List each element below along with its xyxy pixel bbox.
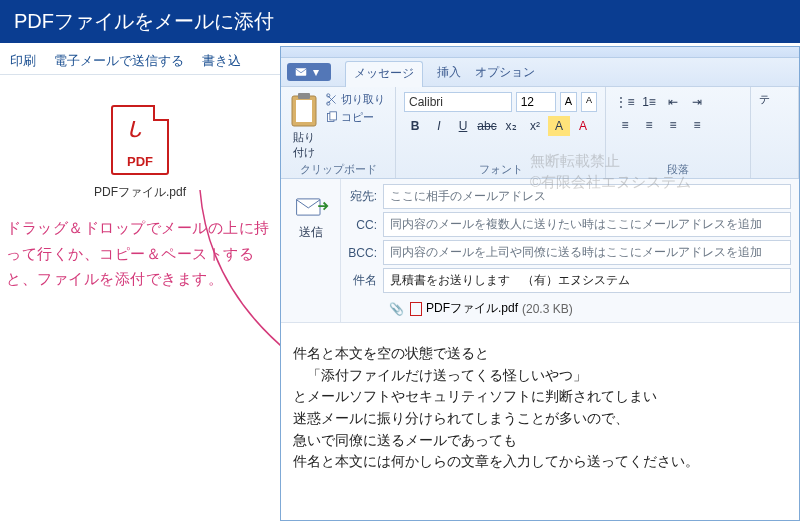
menubar: ▾ メッセージ 挿入 オプション xyxy=(281,58,799,87)
clipboard-group-label: クリップボード xyxy=(289,160,387,177)
tutorial-banner: PDFファイルをメールに添付 xyxy=(0,0,800,43)
send-button[interactable]: 送信 xyxy=(299,224,323,241)
cc-label: CC: xyxy=(345,218,383,232)
cut-label: 切り取り xyxy=(341,92,385,107)
attachment-item[interactable]: PDFファイル.pdf (20.3 KB) xyxy=(410,300,573,317)
svg-rect-1 xyxy=(296,68,307,76)
edit-group-content: テ xyxy=(759,92,794,107)
svg-rect-3 xyxy=(296,100,312,122)
bcc-field[interactable]: 同内容のメールを上司や同僚に送る時はここにメールアドレスを追加 xyxy=(383,240,791,265)
instruction-text: ドラッグ＆ドロップでメールの上に持って行くか、コピー＆ペーストすると、ファイルを… xyxy=(0,201,280,292)
pdf-badge-label: PDF xyxy=(113,154,167,169)
svg-rect-8 xyxy=(330,112,337,120)
font-size-select[interactable]: 12 xyxy=(516,92,556,112)
tab-insert[interactable]: 挿入 xyxy=(437,64,461,81)
bcc-label: BCC: xyxy=(345,246,383,260)
superscript-button[interactable]: x² xyxy=(524,116,546,136)
tab-option[interactable]: オプション xyxy=(475,64,535,81)
align-center-button[interactable]: ≡ xyxy=(638,115,660,135)
strike-button[interactable]: abc xyxy=(476,116,498,136)
scissors-icon xyxy=(325,93,338,106)
paragraph-group-label: 段落 xyxy=(614,160,742,177)
indent-button[interactable]: ⇥ xyxy=(686,92,708,112)
clipboard-icon xyxy=(289,92,319,128)
copy-icon xyxy=(325,111,338,124)
send-icon[interactable] xyxy=(293,193,329,221)
ribbon: 貼り 付け 切り取り コピー クリップボード C xyxy=(281,87,799,179)
grow-font-button[interactable]: A xyxy=(560,92,577,112)
bold-button[interactable]: B xyxy=(404,116,426,136)
explorer-toolbar: 印刷 電子メールで送信する 書き込 xyxy=(0,46,280,75)
font-group-label: フォント xyxy=(404,160,597,177)
titlebar xyxy=(281,47,799,58)
underline-button[interactable]: U xyxy=(452,116,474,136)
subscript-button[interactable]: x₂ xyxy=(500,116,522,136)
to-label: 宛先: xyxy=(345,188,383,205)
cut-button[interactable]: 切り取り xyxy=(325,92,385,107)
align-left-button[interactable]: ≡ xyxy=(614,115,636,135)
ribbon-group-paragraph: ⋮≡ 1≡ ⇤ ⇥ ≡ ≡ ≡ ≡ 段落 xyxy=(606,87,751,178)
app-menu-button[interactable]: ▾ xyxy=(287,63,331,81)
paste-button[interactable]: 貼り 付け xyxy=(289,92,319,160)
highlight-button[interactable]: A xyxy=(548,116,570,136)
adobe-swoosh-icon: ᒐ xyxy=(127,117,141,143)
paperclip-icon: 📎 xyxy=(389,302,404,316)
outdent-button[interactable]: ⇤ xyxy=(662,92,684,112)
ribbon-group-edit: テ xyxy=(751,87,799,178)
attachment-name: PDFファイル.pdf xyxy=(426,300,518,317)
message-body[interactable]: 件名と本文を空の状態で送ると 「添付ファイルだけ送ってくる怪しいやつ」 とメール… xyxy=(281,323,799,520)
font-color-button[interactable]: A xyxy=(572,116,594,136)
mail-compose-window: ▾ メッセージ 挿入 オプション 貼り 付け 切り xyxy=(280,46,800,521)
justify-button[interactable]: ≡ xyxy=(686,115,708,135)
pdf-file-icon[interactable]: ᒐ PDF xyxy=(111,105,169,175)
svg-rect-9 xyxy=(296,199,319,215)
italic-button[interactable]: I xyxy=(428,116,450,136)
bullet-list-button[interactable]: ⋮≡ xyxy=(614,92,636,112)
pdf-filename-label: PDFファイル.pdf xyxy=(0,184,280,201)
shrink-font-button[interactable]: A xyxy=(581,92,597,112)
chevron-down-icon: ▾ xyxy=(313,65,319,79)
tab-message[interactable]: メッセージ xyxy=(345,61,423,87)
font-name-select[interactable]: Calibri xyxy=(404,92,512,112)
cc-field[interactable]: 同内容のメールを複数人に送りたい時はここにメールアドレスを追加 xyxy=(383,212,791,237)
subject-field[interactable]: 見積書をお送りします （有）エヌシステム xyxy=(383,268,791,293)
pdf-small-icon xyxy=(410,302,422,316)
ribbon-group-font: Calibri 12 A A B I U abc x₂ x² A A フォント xyxy=(396,87,606,178)
compose-header: 送信 宛先: ここに相手のメールアドレス CC: 同内容のメールを複数人に送りた… xyxy=(281,179,799,323)
desktop-pane: 印刷 電子メールで送信する 書き込 ᒐ PDF PDFファイル.pdf ドラッグ… xyxy=(0,46,280,521)
svg-rect-4 xyxy=(298,93,310,99)
copy-label: コピー xyxy=(341,110,374,125)
paste-label: 貼り 付け xyxy=(293,130,315,160)
attachment-size: (20.3 KB) xyxy=(522,302,573,316)
to-field[interactable]: ここに相手のメールアドレス xyxy=(383,184,791,209)
subject-label: 件名 xyxy=(345,272,383,289)
send-email-button[interactable]: 電子メールで送信する xyxy=(54,52,184,70)
number-list-button[interactable]: 1≡ xyxy=(638,92,660,112)
envelope-icon xyxy=(295,66,307,78)
copy-button[interactable]: コピー xyxy=(325,110,385,125)
print-button[interactable]: 印刷 xyxy=(10,52,36,70)
attachment-row: 📎 PDFファイル.pdf (20.3 KB) xyxy=(345,296,791,317)
write-button[interactable]: 書き込 xyxy=(202,52,241,70)
ribbon-group-clipboard: 貼り 付け 切り取り コピー クリップボード xyxy=(281,87,396,178)
page-fold-icon xyxy=(153,105,169,121)
align-right-button[interactable]: ≡ xyxy=(662,115,684,135)
